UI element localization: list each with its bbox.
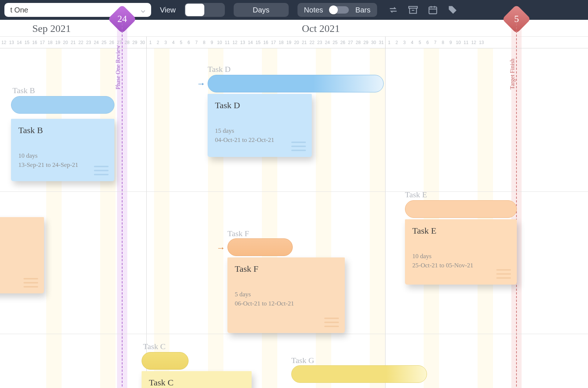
day-cell: 11 — [223, 37, 231, 48]
svg-rect-1 — [429, 7, 437, 14]
day-cell: 19 — [54, 37, 62, 48]
day-cell: 1 — [385, 37, 393, 48]
day-cell: 31 — [377, 37, 385, 48]
task-note-partial[interactable]: -Sep-21 — [0, 217, 44, 293]
day-cell: 12 — [470, 37, 478, 48]
month-label-sep: Sep 2021 — [32, 23, 71, 34]
day-cell: 26 — [108, 37, 116, 48]
notes-bars-switch[interactable] — [330, 6, 349, 14]
day-cell: 21 — [300, 37, 308, 48]
day-cell: 29 — [362, 37, 370, 48]
day-cell: 13 — [239, 37, 246, 48]
day-cell: 17 — [39, 37, 46, 48]
toolbar: t One ⌵ View Days Notes Bars — [0, 0, 588, 20]
day-cell: 8 — [439, 37, 447, 48]
day-cell: 20 — [293, 37, 300, 48]
day-cell: 3 — [162, 37, 169, 48]
map-view-button[interactable] — [185, 4, 204, 16]
task-label: Task B — [12, 86, 35, 95]
task-bar-c[interactable] — [142, 352, 189, 370]
zoom-out-button[interactable] — [235, 4, 248, 15]
timeline-canvas[interactable]: Task B Task B 10 days 13-Sep-21 to 24-Se… — [0, 48, 588, 388]
day-cell: 27 — [116, 37, 123, 48]
weekend-shade — [316, 48, 331, 388]
task-bar-f[interactable] — [227, 238, 293, 256]
calendar-icon[interactable] — [427, 4, 439, 16]
day-cell: 14 — [246, 37, 254, 48]
zoom-in-button[interactable] — [275, 4, 287, 15]
task-note-b[interactable]: Task B 10 days 13-Sep-21 to 24-Sep-21 — [11, 119, 114, 181]
day-cell: 2 — [154, 37, 162, 48]
day-cell: 25 — [100, 37, 108, 48]
day-cell: 28 — [354, 37, 362, 48]
month-gridline — [385, 48, 386, 388]
task-bar-g[interactable] — [291, 365, 427, 383]
month-gridline — [146, 48, 147, 388]
task-label: Task E — [405, 190, 427, 200]
day-cell: 13 — [478, 37, 485, 48]
task-label: Task G — [291, 356, 314, 365]
day-cell: 7 — [193, 37, 200, 48]
note-title: Task F — [235, 264, 337, 274]
day-cell: 25 — [331, 37, 339, 48]
day-cell: 28 — [123, 37, 131, 48]
day-cell: 13 — [8, 37, 15, 48]
archive-icon[interactable] — [407, 4, 419, 16]
notes-label: Notes — [304, 6, 323, 14]
day-cell: 1 — [146, 37, 154, 48]
day-cell: 5 — [177, 37, 185, 48]
bars-label: Bars — [355, 6, 370, 14]
day-cell: 30 — [139, 37, 146, 48]
day-cell: 22 — [308, 37, 316, 48]
task-label: Task C — [143, 342, 165, 351]
chevron-down-icon: ⌵ — [141, 6, 145, 14]
drag-lines-icon — [94, 166, 109, 175]
drag-lines-icon — [23, 278, 38, 288]
day-cell: 16 — [262, 37, 270, 48]
tag-icon[interactable] — [447, 4, 459, 16]
task-bar-d[interactable] — [208, 75, 384, 92]
day-cell: 4 — [408, 37, 416, 48]
task-note-f[interactable]: Task F 5 days 06-Oct-21 to 12-Oct-21 — [227, 257, 345, 333]
day-cell: 10 — [454, 37, 462, 48]
day-cell: 8 — [200, 37, 208, 48]
note-title: Task D — [215, 100, 304, 110]
view-label: View — [160, 6, 176, 14]
day-cell: 22 — [77, 37, 85, 48]
zoom-label: Days — [248, 6, 275, 14]
note-duration: 10 days — [412, 252, 510, 261]
milestone-day: 5 — [514, 14, 519, 25]
month-label-oct: Oct 2021 — [302, 23, 340, 34]
note-range: 06-Oct-21 to 12-Oct-21 — [235, 299, 337, 308]
swap-icon[interactable] — [387, 4, 399, 16]
task-note-d[interactable]: Task D 15 days 04-Oct-21 to 22-Oct-21 — [208, 94, 312, 157]
day-cell: 18 — [277, 37, 285, 48]
drag-lines-icon — [324, 318, 339, 327]
day-cell: 15 — [23, 37, 31, 48]
day-cell: 12 — [0, 37, 8, 48]
drag-lines-icon — [291, 142, 306, 151]
weekend-shade — [478, 48, 493, 388]
day-cell: 3 — [401, 37, 408, 48]
list-view-button[interactable] — [205, 3, 225, 17]
day-cell: 18 — [46, 37, 54, 48]
day-cell: 9 — [447, 37, 454, 48]
day-cell: 7 — [431, 37, 439, 48]
day-cell: 26 — [339, 37, 347, 48]
task-note-c[interactable]: Task C — [142, 371, 252, 388]
day-cell: 2 — [393, 37, 401, 48]
day-cell: 14 — [15, 37, 23, 48]
weekend-shade — [424, 48, 439, 388]
zoom-group: Days — [234, 3, 289, 17]
note-title: Task B — [18, 125, 107, 135]
task-note-e[interactable]: Task E 10 days 25-Oct-21 to 05-Nov-21 — [405, 219, 517, 285]
day-cell: 6 — [185, 37, 193, 48]
day-header: 1213141516171819202122232425262728293012… — [0, 37, 588, 48]
task-bar-b[interactable] — [11, 96, 114, 114]
task-bar-e[interactable] — [405, 200, 517, 218]
day-cell: 27 — [347, 37, 354, 48]
row-divider — [0, 191, 588, 192]
day-cell: 4 — [169, 37, 177, 48]
day-cell: 21 — [69, 37, 77, 48]
day-cell: 5 — [416, 37, 424, 48]
